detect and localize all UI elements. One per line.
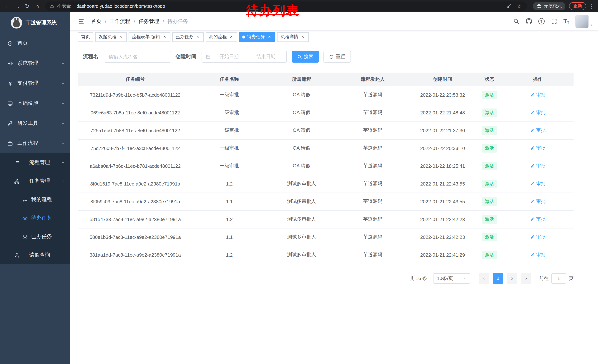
incognito-label: 无痕模式	[544, 3, 562, 9]
breadcrumb-task-management[interactable]: 任务管理	[139, 18, 159, 25]
table-row: 381aa1dd-7ac8-11ec-a9e2-a2380e71991a 1.2…	[78, 246, 573, 264]
process-name-input[interactable]	[104, 51, 171, 63]
sidebar-item-task-management[interactable]: 任务管理	[0, 172, 70, 190]
approve-link[interactable]: 审批	[530, 180, 546, 187]
sidebar-item-workflow[interactable]: 工作流程	[0, 133, 70, 153]
sidebar-item-label: 已办任务	[31, 233, 52, 240]
approve-link[interactable]: 审批	[530, 198, 546, 205]
sidebar-item-home[interactable]: 首页	[0, 33, 70, 53]
sidebar-item-system[interactable]: 系统管理	[0, 53, 70, 73]
fullscreen-icon[interactable]	[551, 18, 557, 24]
page-button[interactable]: 2	[507, 273, 517, 283]
password-key-icon[interactable]	[506, 3, 512, 9]
cell-created-time: 2022-01-22 20:33:10	[408, 139, 477, 157]
tab-label: 流程详情	[281, 34, 298, 40]
tab-close-icon[interactable]: ×	[195, 34, 200, 40]
page-size-select[interactable]: 10条/页	[433, 273, 470, 283]
cell-created-time: 2022-01-22 21:37:30	[408, 121, 477, 139]
user-menu[interactable]: ▾	[576, 15, 592, 28]
cell-created-time: 2022-01-22 18:25:41	[408, 157, 477, 175]
table-row: a6aba0a4-7b6d-11ec-b781-acde48001122 一级审…	[78, 157, 573, 175]
sidebar-item-todo-tasks[interactable]: 待办任务	[0, 209, 70, 227]
browser-reload-icon[interactable]: ↻	[22, 1, 32, 11]
search-icon[interactable]	[513, 18, 519, 24]
org-chart-icon	[14, 178, 20, 184]
eye-icon	[22, 215, 28, 221]
sidebar-item-label: 流程管理	[29, 159, 50, 166]
sidebar-item-payment[interactable]: ¥ 支付管理	[0, 73, 70, 93]
app-logo[interactable]: 芋道管理系统	[0, 12, 70, 33]
sidebar-item-leave-query[interactable]: 请假查询	[0, 246, 70, 264]
approve-link[interactable]: 审批	[530, 234, 546, 240]
cell-task-name: 一级审批	[193, 121, 266, 139]
chevron-down-icon	[61, 101, 65, 105]
tasks-table: 任务编号 任务名称 所属流程 流程发起人 创建时间 状态 操作 73211d9d…	[78, 73, 573, 264]
cell-created-time: 2022-01-21 22:42:23	[408, 228, 477, 246]
browser-update-button[interactable]: 更新	[569, 2, 586, 10]
tab[interactable]: 已办任务 ×	[172, 32, 204, 42]
sidebar-toggle-icon[interactable]	[76, 16, 86, 26]
sidebar-item-my-processes[interactable]: 我的流程	[0, 190, 70, 209]
help-icon[interactable]: ?	[538, 18, 544, 24]
browser-menu-icon[interactable]: ⋮	[589, 3, 594, 9]
cell-created-time: 2022-01-21 22:43:55	[408, 193, 477, 210]
chat-icon	[22, 197, 28, 202]
chevron-down-icon	[462, 276, 466, 280]
user-avatar[interactable]	[576, 15, 589, 28]
sidebar-item-dev-tools[interactable]: 研发工具	[0, 113, 70, 133]
search-button[interactable]: 搜索	[291, 51, 319, 63]
browser-back-icon[interactable]: ←	[2, 1, 12, 11]
sidebar-item-process-management[interactable]: 流程管理	[0, 153, 70, 172]
tab-close-icon[interactable]: ×	[229, 34, 234, 40]
page-button[interactable]: 1	[493, 273, 503, 283]
approve-link[interactable]: 审批	[530, 91, 546, 98]
sidebar-item-done-tasks[interactable]: 已办任务	[0, 227, 70, 246]
tab-close-icon[interactable]: ×	[162, 34, 167, 40]
edit-icon	[530, 181, 534, 186]
cell-process: OA 请假	[266, 139, 337, 157]
font-size-icon[interactable]: TT	[563, 18, 569, 24]
tab[interactable]: 发起流程 ×	[95, 32, 127, 42]
cell-task-id: 580e1b3d-7ac8-11ec-a9e2-a2380e71991a	[78, 228, 193, 246]
refresh-icon	[329, 54, 334, 59]
browser-address-bar[interactable]: 不安全 dashboard.yudao.iocoder.cn/bpm/task/…	[45, 1, 527, 11]
cell-created-time: 2022-01-22 23:53:32	[408, 86, 477, 104]
approve-link[interactable]: 审批	[530, 145, 546, 152]
tab[interactable]: 首页	[78, 32, 93, 42]
approve-link[interactable]: 审批	[530, 127, 546, 134]
tab[interactable]: 流程表单-编辑 ×	[129, 32, 170, 42]
tab-close-icon[interactable]: ×	[267, 34, 272, 40]
prev-page-button[interactable]: ‹	[479, 273, 489, 283]
goto-page-input[interactable]	[551, 273, 566, 283]
cell-initiator: 芋道源码	[337, 86, 408, 104]
sidebar-item-infrastructure[interactable]: 基础设施	[0, 93, 70, 113]
main-area: 首页 / 工作流程 / 任务管理 / 待办任务 ?	[70, 12, 598, 364]
sidebar-item-label: 首页	[17, 40, 28, 47]
cell-created-time: 2022-01-21 22:43:55	[408, 175, 477, 193]
tab[interactable]: 我的流程 ×	[206, 32, 237, 42]
page-content: 流程名 创建时间 开始日期 - 结束日期 搜索	[70, 43, 598, 364]
github-icon[interactable]	[526, 18, 532, 24]
tab-close-icon[interactable]: ×	[300, 34, 305, 40]
tab[interactable]: 待办任务 ×	[239, 32, 275, 42]
approve-link[interactable]: 审批	[530, 109, 546, 116]
cell-process: OA 请假	[266, 157, 337, 175]
next-page-button[interactable]: ›	[521, 273, 531, 283]
breadcrumb-home[interactable]: 首页	[91, 18, 101, 25]
sidebar-item-label: 请假查询	[29, 252, 50, 259]
reset-button[interactable]: 重置	[324, 51, 351, 63]
browser-forward-icon[interactable]: →	[12, 1, 22, 11]
browser-home-icon[interactable]: ⌂	[32, 1, 42, 11]
approve-link[interactable]: 审批	[530, 216, 546, 223]
range-separator: -	[246, 54, 249, 59]
date-range-picker[interactable]: 开始日期 - 结束日期	[201, 51, 287, 63]
breadcrumb-workflow[interactable]: 工作流程	[110, 18, 130, 25]
approve-link[interactable]: 审批	[530, 162, 546, 169]
tab[interactable]: 流程详情 ×	[277, 32, 309, 42]
tab-close-icon[interactable]: ×	[118, 34, 123, 40]
approve-link[interactable]: 审批	[530, 251, 546, 258]
bookmark-star-icon[interactable]: ☆	[517, 3, 522, 9]
cell-status: 激活	[477, 121, 502, 139]
tab-label: 已办任务	[176, 34, 193, 40]
cell-actions: 审批	[502, 175, 573, 193]
